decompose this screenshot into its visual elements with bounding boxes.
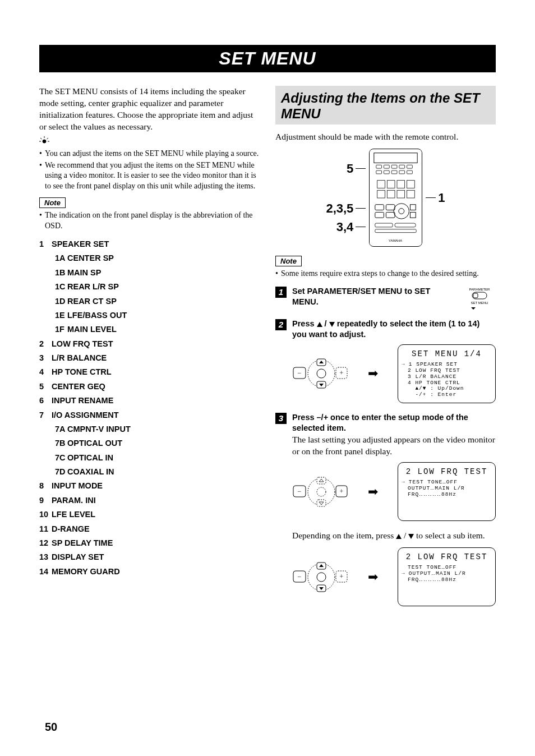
svg-rect-40 [473, 293, 478, 298]
svg-text:−: − [298, 487, 302, 495]
osd-title: 2 LOW FRQ TEST [402, 467, 492, 476]
osd-screen-3: 2 LOW FRQ TEST TEST TONE…OFF OUTPUT‥MAIN… [398, 547, 496, 606]
submenu-item: 1ELFE/BASS OUT [55, 308, 260, 322]
menu-item: 4HP TONE CTRL [39, 365, 260, 379]
section-heading: Adjusting the Items on the SET MENU [275, 86, 496, 125]
right-column: Adjusting the Items on the SET MENU Adju… [275, 86, 496, 615]
note-label: Note [275, 256, 302, 266]
submenu-item: 1CREAR L/R SP [55, 280, 260, 294]
svg-text:+: + [340, 369, 344, 377]
step-3-illustration: − + ➡ 2 LOW FRQ TEST TEST TONE…OFF OUTPU… [292, 462, 496, 521]
menu-item: 5CENTER GEQ [39, 380, 260, 394]
menu-item: 6INPUT RENAME [39, 394, 260, 408]
menu-item: 10LFE LEVEL [39, 508, 260, 522]
submenu-item: 7COPTICAL IN [55, 451, 260, 465]
menu-item: 9PARAM. INI [39, 494, 260, 508]
up-icon [317, 322, 322, 327]
title-bar: SET MENU [39, 45, 496, 72]
remote-icon: YAMAHA [369, 149, 422, 247]
right-note-list: Some items require extra steps to change… [275, 269, 496, 279]
dpad-icon: − + [292, 561, 348, 593]
svg-text:SET MENU: SET MENU [471, 301, 488, 305]
osd-title: SET MENU 1/4 [402, 349, 492, 358]
right-intro: Adjustment should be made with the remot… [275, 131, 496, 143]
tip-item: You can adjust the items on the SET MENU… [39, 149, 260, 159]
sub-item-desc: Depending on the item, press / to select… [292, 530, 496, 542]
step-3-title: Press –/+ once to enter the setup mode o… [292, 412, 496, 434]
submenu-item: 1FMAIN LEVEL [55, 322, 260, 336]
step-2-illustration: − + ➡ SET MENU 1/4 1 SPEAKER SET 2 LOW F… [292, 344, 496, 403]
svg-point-56 [317, 487, 326, 496]
callout-235: 2,3,5 [326, 199, 353, 218]
dpad-icon: − + [292, 357, 348, 390]
menu-item: 12SP DELAY TIME [39, 536, 260, 550]
tip-icon [39, 136, 260, 146]
svg-text:YAMAHA: YAMAHA [389, 239, 402, 242]
step-number-icon: 3 [275, 413, 287, 424]
down-icon [329, 322, 335, 327]
step-1-title: Set PARAMETER/SET MENU to SET MENU. [292, 286, 452, 307]
menu-item: 3L/R BALANCE [39, 351, 260, 365]
note-item: Some items require extra steps to change… [275, 269, 496, 279]
submenu-item: 1ACENTER SP [55, 251, 260, 265]
callout-1: 1 [438, 191, 445, 205]
note-list: The indication on the front panel displa… [39, 210, 260, 232]
menu-item: 8INPUT MODE [39, 479, 260, 493]
submenu-item: 7DCOAXIAL IN [55, 465, 260, 479]
menu-item: 2LOW FRQ TEST [39, 337, 260, 351]
arrow-right-icon: ➡ [368, 570, 378, 584]
tips-list: You can adjust the items on the SET MENU… [39, 149, 260, 192]
menu-item: 14MEMORY GUARD [39, 565, 260, 579]
remote-diagram: 5 2,3,5 3,4 [275, 149, 496, 247]
slider-icon: PARAMETER SET MENU [463, 286, 496, 310]
svg-text:PARAMETER: PARAMETER [469, 288, 491, 291]
callout-34: 3,4 [336, 218, 354, 236]
callout-5: 5 [347, 159, 353, 178]
step-3-desc: The last setting you adjusted appears on… [292, 434, 496, 458]
svg-text:−: − [298, 573, 302, 580]
menu-item: 7I/O ASSIGNMENT 7ACMPNT-V INPUT 7BOPTICA… [39, 408, 260, 480]
step-3b-illustration: − + ➡ 2 LOW FRQ TEST TEST TONE…OFF OUTPU… [292, 547, 496, 606]
down-icon [408, 534, 414, 539]
svg-point-66 [317, 573, 326, 582]
menu-item: 13DISPLAY SET [39, 550, 260, 564]
svg-point-46 [317, 369, 326, 378]
section-title: Adjusting the Items on the SET MENU [281, 90, 490, 121]
arrow-right-icon: ➡ [368, 366, 378, 381]
step-1: 1 Set PARAMETER/SET MENU to SET MENU. PA… [275, 286, 496, 310]
up-icon [396, 534, 402, 539]
page-title: SET MENU [39, 48, 496, 69]
submenu-item: 7ACMPNT-V INPUT [55, 422, 260, 436]
submenu-item: 1DREAR CT SP [55, 294, 260, 308]
arrow-right-icon: ➡ [368, 485, 378, 499]
svg-point-0 [43, 140, 46, 143]
osd-title: 2 LOW FRQ TEST [402, 552, 492, 561]
page-number: 50 [45, 721, 57, 734]
svg-text:+: + [340, 573, 344, 580]
svg-text:−: − [298, 369, 302, 377]
intro-text: The SET MENU consists of 14 items includ… [39, 86, 260, 133]
osd-screen-1: SET MENU 1/4 1 SPEAKER SET 2 LOW FRQ TES… [398, 344, 496, 403]
menu-item: 11D-RANGE [39, 522, 260, 536]
step-2: 2 Press / repeatedly to select the item … [275, 319, 496, 340]
menu-list: 1SPEAKER SET 1ACENTER SP 1BMAIN SP 1CREA… [39, 237, 260, 579]
svg-text:+: + [340, 487, 344, 495]
svg-marker-42 [471, 307, 476, 310]
menu-item: 1SPEAKER SET 1ACENTER SP 1BMAIN SP 1CREA… [39, 237, 260, 337]
svg-line-2 [40, 138, 42, 139]
svg-rect-57 [317, 477, 326, 484]
dpad-icon: − + [292, 476, 348, 508]
step-number-icon: 2 [275, 319, 287, 330]
step-3: 3 Press –/+ once to enter the setup mode… [275, 412, 496, 458]
svg-line-3 [47, 138, 49, 139]
submenu-item: 1BMAIN SP [55, 266, 260, 280]
note-item: The indication on the front panel displa… [39, 210, 260, 232]
left-column: The SET MENU consists of 14 items includ… [39, 86, 260, 615]
step-2-title: Press / repeatedly to select the item (1… [292, 319, 496, 340]
note-label: Note [39, 197, 66, 208]
step-number-icon: 1 [275, 287, 287, 298]
submenu-item: 7BOPTICAL OUT [55, 436, 260, 450]
tip-item: We recommend that you adjust the items o… [39, 160, 260, 192]
osd-screen-2: 2 LOW FRQ TEST TEST TONE…OFF OUTPUT‥MAIN… [398, 462, 496, 521]
svg-rect-59 [317, 500, 326, 506]
